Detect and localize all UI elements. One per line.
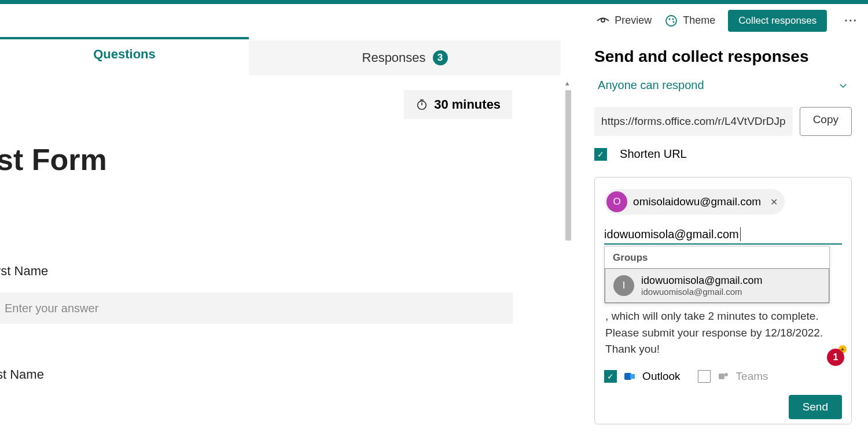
header-bar: Preview Theme Collect responses ··· xyxy=(0,4,868,37)
tab-responses[interactable]: Responses 3 xyxy=(249,40,561,75)
collect-responses-button[interactable]: Collect responses xyxy=(728,10,827,32)
tab-questions[interactable]: Questions xyxy=(0,37,249,72)
tabs: Questions Responses 3 xyxy=(0,37,575,79)
tab-responses-label: Responses xyxy=(362,50,426,65)
timer-text: 30 minutes xyxy=(434,97,501,112)
shorten-checkbox[interactable]: ✓ xyxy=(594,148,607,161)
teams-label: Teams xyxy=(736,370,768,383)
tab-questions-label: Questions xyxy=(93,47,156,62)
scrollbar[interactable]: ▴ ▾ xyxy=(565,79,572,429)
svg-point-2 xyxy=(669,18,671,20)
avatar-icon: O xyxy=(606,191,627,212)
remove-chip-icon[interactable]: ✕ xyxy=(770,197,778,208)
form-title[interactable]: st Form xyxy=(0,142,575,177)
respond-label: Anyone can respond xyxy=(598,79,704,92)
url-field[interactable]: https://forms.office.com/r/L4VtVDrDJp xyxy=(594,107,793,136)
message-body[interactable]: , which will only take 2 minutes to comp… xyxy=(604,308,842,358)
app-top-bar xyxy=(0,0,868,4)
respond-dropdown[interactable]: Anyone can respond xyxy=(594,74,852,97)
copy-label: Copy xyxy=(813,113,838,125)
scroll-up-icon[interactable]: ▴ xyxy=(565,79,569,87)
dropdown-item[interactable]: I idowuomisola@gmail.com idowuomisola@gm… xyxy=(605,268,829,303)
send-label: Send xyxy=(803,401,828,413)
input-text: idowuomisola@gmail.com xyxy=(604,228,739,241)
theme-button[interactable]: Theme xyxy=(664,14,715,28)
form-editor: Questions Responses 3 30 minutes st Form… xyxy=(0,37,575,429)
recipient-input[interactable]: idowuomisola@gmail.com xyxy=(604,221,842,245)
send-panel: Send and collect responses Anyone can re… xyxy=(575,37,868,429)
answer-placeholder: Enter your answer xyxy=(5,302,98,315)
send-button[interactable]: Send xyxy=(789,395,842,419)
question-1-label: rst Name xyxy=(0,264,575,279)
svg-point-3 xyxy=(672,18,674,20)
panel-title: Send and collect responses xyxy=(594,47,852,66)
svg-point-0 xyxy=(601,19,605,22)
stopwatch-icon xyxy=(415,98,428,111)
collect-label: Collect responses xyxy=(738,15,816,26)
outlook-icon xyxy=(623,369,637,383)
dd-secondary: idowuomisola@gmail.com xyxy=(641,287,762,297)
svg-rect-9 xyxy=(630,374,635,379)
outlook-label: Outlook xyxy=(642,370,680,383)
url-row: https://forms.office.com/r/L4VtVDrDJp Co… xyxy=(594,107,852,136)
svg-point-1 xyxy=(666,16,676,26)
more-menu-button[interactable]: ··· xyxy=(840,14,862,27)
send-options: ✓ Outlook Teams xyxy=(604,369,842,383)
preview-button[interactable]: Preview xyxy=(596,14,652,28)
question-1-input[interactable]: Enter your answer xyxy=(0,293,513,324)
outlook-option[interactable]: ✓ Outlook xyxy=(604,369,680,383)
dd-avatar-icon: I xyxy=(613,275,634,296)
svg-point-11 xyxy=(724,373,728,376)
email-card: O omisolaidowu@gmail.com ✕ idowuomisola@… xyxy=(594,177,852,424)
dropdown-header: Groups xyxy=(605,252,829,268)
responses-count-badge: 3 xyxy=(433,50,448,65)
palette-icon xyxy=(664,14,678,28)
preview-label: Preview xyxy=(615,14,652,27)
eye-icon xyxy=(596,14,610,28)
copy-button[interactable]: Copy xyxy=(800,107,852,136)
shorten-label: Shorten URL xyxy=(620,147,687,161)
chip-email: omisolaidowu@gmail.com xyxy=(633,195,761,208)
shorten-row: ✓ Shorten URL xyxy=(594,147,852,161)
text-caret xyxy=(740,227,741,241)
teams-icon xyxy=(716,369,730,383)
suggestion-dropdown: Groups I idowuomisola@gmail.com idowuomi… xyxy=(604,246,830,304)
svg-rect-10 xyxy=(719,373,724,379)
dd-primary: idowuomisola@gmail.com xyxy=(641,275,762,287)
question-2-label: st Name xyxy=(0,367,575,382)
main-area: Questions Responses 3 30 minutes st Form… xyxy=(0,37,868,429)
outlook-checkbox[interactable]: ✓ xyxy=(604,370,617,383)
timer-badge[interactable]: 30 minutes xyxy=(404,90,512,119)
recipient-chip[interactable]: O omisolaidowu@gmail.com ✕ xyxy=(604,189,785,214)
theme-label: Theme xyxy=(683,14,715,27)
teams-checkbox[interactable] xyxy=(698,370,711,383)
svg-point-4 xyxy=(673,21,675,23)
notification-badge[interactable]: 1 xyxy=(827,349,844,366)
chevron-down-icon xyxy=(838,80,848,91)
scroll-thumb[interactable] xyxy=(565,90,571,241)
teams-option[interactable]: Teams xyxy=(698,369,768,383)
form-canvas: 30 minutes st Form rst Name Enter your a… xyxy=(0,79,575,429)
